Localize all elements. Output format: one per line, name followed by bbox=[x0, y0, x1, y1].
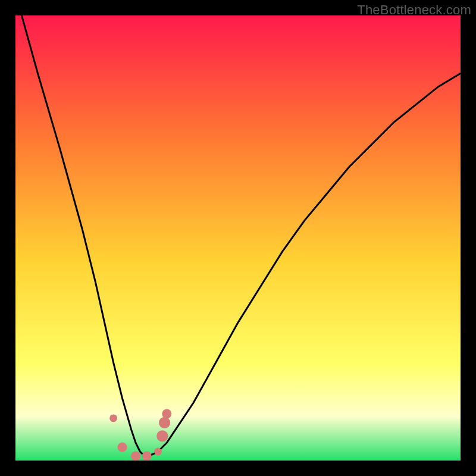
data-marker bbox=[156, 430, 168, 441]
outer-frame: TheBottleneck.com bbox=[0, 0, 476, 476]
bottleneck-chart bbox=[15, 15, 461, 461]
data-marker bbox=[118, 443, 127, 452]
watermark-text: TheBottleneck.com bbox=[357, 2, 471, 18]
data-marker bbox=[162, 409, 171, 419]
data-marker bbox=[154, 448, 162, 456]
data-marker bbox=[131, 452, 140, 461]
data-marker bbox=[159, 417, 170, 428]
data-marker bbox=[142, 452, 152, 461]
plot-area bbox=[15, 15, 461, 461]
data-marker bbox=[109, 415, 117, 422]
gradient-background bbox=[15, 15, 461, 461]
